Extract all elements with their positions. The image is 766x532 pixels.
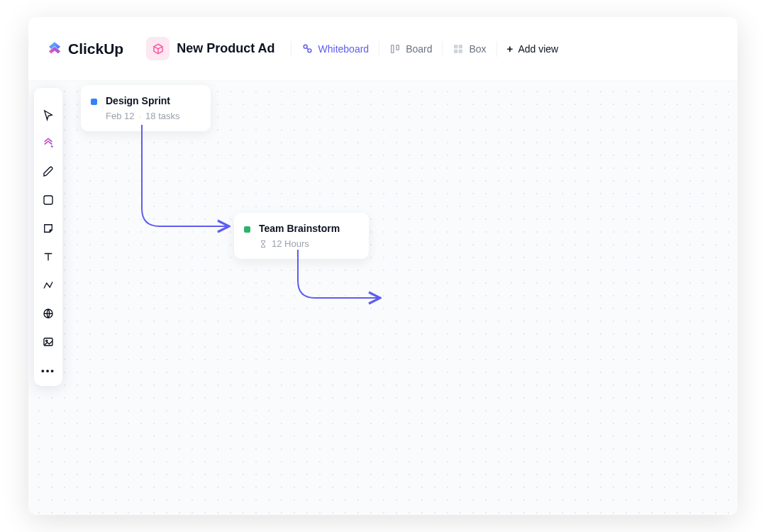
- add-view-label: Add view: [518, 43, 558, 55]
- svg-point-11: [46, 340, 48, 341]
- add-view-button[interactable]: + Add view: [503, 40, 563, 57]
- tab-board[interactable]: Board: [385, 40, 436, 57]
- dot-separator: ·: [138, 111, 141, 121]
- page-title: New Product Ad: [177, 41, 274, 56]
- svg-rect-4: [454, 45, 457, 48]
- tab-label: Whiteboard: [318, 43, 370, 55]
- sticky-note-icon: [42, 222, 55, 235]
- web-tool[interactable]: [40, 305, 57, 322]
- whiteboard-icon: [301, 43, 313, 55]
- svg-rect-7: [459, 49, 462, 52]
- more-tool[interactable]: •••: [40, 362, 57, 379]
- divider: [291, 41, 292, 57]
- connectors-layer: [28, 81, 738, 515]
- svg-rect-2: [392, 45, 394, 52]
- image-icon: [42, 336, 55, 348]
- whiteboard-canvas[interactable]: Design Sprint Feb 12 · 18 tasks Team Bra…: [28, 81, 738, 515]
- card-design-sprint[interactable]: Design Sprint Feb 12 · 18 tasks: [81, 85, 211, 131]
- page-icon: [146, 37, 170, 60]
- card-subtitle: Feb 12 · 18 tasks: [106, 111, 180, 121]
- divider: [442, 41, 443, 57]
- svg-rect-8: [44, 196, 52, 204]
- clickup-logo-icon: [45, 40, 64, 58]
- connector-tool[interactable]: [40, 277, 57, 294]
- card-date: Feb 12: [106, 111, 134, 121]
- svg-point-0: [304, 45, 307, 48]
- more-icon: •••: [41, 365, 55, 376]
- divider: [379, 41, 379, 57]
- globe-icon: [42, 307, 55, 320]
- connector-1: [142, 125, 228, 226]
- status-dot: [91, 99, 97, 105]
- status-dot: [244, 226, 250, 233]
- plus-icon: +: [507, 43, 514, 55]
- logo[interactable]: ClickUp: [45, 40, 123, 58]
- tab-box[interactable]: Box: [448, 40, 490, 57]
- clickup-add-icon: [42, 137, 55, 150]
- svg-rect-6: [454, 49, 457, 52]
- board-icon: [389, 43, 401, 55]
- text-icon: [42, 250, 55, 263]
- view-tabs: Whiteboard Board Box: [285, 40, 563, 57]
- pointer-tool[interactable]: [40, 106, 57, 123]
- logo-wordmark: ClickUp: [68, 40, 123, 57]
- box-icon: [453, 43, 464, 55]
- header: ClickUp New Product Ad Whiteboard: [28, 17, 738, 81]
- card-duration: 12 Hours: [272, 238, 309, 249]
- pointer-icon: [42, 109, 55, 121]
- square-icon: [42, 194, 55, 206]
- card-tasks: 18 tasks: [145, 111, 179, 121]
- shape-tool[interactable]: [40, 192, 57, 209]
- divider: [496, 41, 497, 57]
- pen-icon: [42, 165, 55, 178]
- page-title-region: New Product Ad: [146, 37, 274, 60]
- tab-label: Box: [469, 43, 486, 55]
- image-tool[interactable]: [40, 333, 57, 350]
- connector-icon: [42, 279, 55, 292]
- svg-point-1: [307, 49, 311, 52]
- tool-palette: •••: [34, 88, 62, 386]
- cube-icon: [152, 43, 165, 55]
- card-subtitle: 12 Hours: [259, 238, 340, 249]
- tab-label: Board: [406, 43, 432, 55]
- text-tool[interactable]: [40, 248, 57, 265]
- app-frame: ClickUp New Product Ad Whiteboard: [28, 17, 738, 515]
- svg-rect-5: [459, 45, 462, 48]
- card-title: Design Sprint: [106, 95, 180, 106]
- clickup-add-tool[interactable]: [40, 135, 57, 152]
- card-team-brainstorm[interactable]: Team Brainstorm 12 Hours: [234, 213, 369, 259]
- svg-rect-3: [396, 45, 399, 50]
- hourglass-icon: [259, 240, 267, 248]
- note-tool[interactable]: [40, 220, 57, 237]
- pen-tool[interactable]: [40, 163, 57, 180]
- card-title: Team Brainstorm: [259, 223, 340, 234]
- tab-whiteboard[interactable]: Whiteboard: [297, 40, 374, 57]
